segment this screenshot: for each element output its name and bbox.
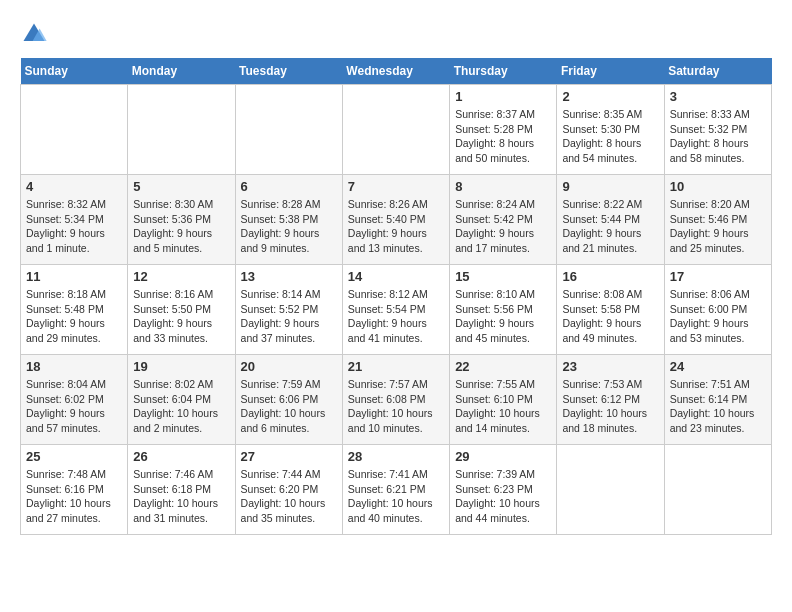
day-info: Sunrise: 7:48 AMSunset: 6:16 PMDaylight:… — [26, 467, 122, 526]
calendar-cell: 6Sunrise: 8:28 AMSunset: 5:38 PMDaylight… — [235, 175, 342, 265]
day-info: Sunrise: 8:16 AMSunset: 5:50 PMDaylight:… — [133, 287, 229, 346]
calendar-cell: 29Sunrise: 7:39 AMSunset: 6:23 PMDayligh… — [450, 445, 557, 535]
calendar-cell — [235, 85, 342, 175]
calendar-cell: 25Sunrise: 7:48 AMSunset: 6:16 PMDayligh… — [21, 445, 128, 535]
day-number: 26 — [133, 449, 229, 464]
day-number: 9 — [562, 179, 658, 194]
day-number: 1 — [455, 89, 551, 104]
calendar-cell: 9Sunrise: 8:22 AMSunset: 5:44 PMDaylight… — [557, 175, 664, 265]
calendar-cell: 8Sunrise: 8:24 AMSunset: 5:42 PMDaylight… — [450, 175, 557, 265]
calendar-cell — [342, 85, 449, 175]
day-info: Sunrise: 7:55 AMSunset: 6:10 PMDaylight:… — [455, 377, 551, 436]
day-info: Sunrise: 8:14 AMSunset: 5:52 PMDaylight:… — [241, 287, 337, 346]
day-info: Sunrise: 8:10 AMSunset: 5:56 PMDaylight:… — [455, 287, 551, 346]
day-info: Sunrise: 8:28 AMSunset: 5:38 PMDaylight:… — [241, 197, 337, 256]
calendar-cell — [664, 445, 771, 535]
day-info: Sunrise: 8:20 AMSunset: 5:46 PMDaylight:… — [670, 197, 766, 256]
calendar-cell: 3Sunrise: 8:33 AMSunset: 5:32 PMDaylight… — [664, 85, 771, 175]
day-info: Sunrise: 7:53 AMSunset: 6:12 PMDaylight:… — [562, 377, 658, 436]
day-number: 7 — [348, 179, 444, 194]
calendar-body: 1Sunrise: 8:37 AMSunset: 5:28 PMDaylight… — [21, 85, 772, 535]
day-info: Sunrise: 8:24 AMSunset: 5:42 PMDaylight:… — [455, 197, 551, 256]
day-info: Sunrise: 8:08 AMSunset: 5:58 PMDaylight:… — [562, 287, 658, 346]
day-number: 27 — [241, 449, 337, 464]
day-info: Sunrise: 7:46 AMSunset: 6:18 PMDaylight:… — [133, 467, 229, 526]
calendar-cell: 26Sunrise: 7:46 AMSunset: 6:18 PMDayligh… — [128, 445, 235, 535]
day-header-sunday: Sunday — [21, 58, 128, 85]
calendar-cell: 14Sunrise: 8:12 AMSunset: 5:54 PMDayligh… — [342, 265, 449, 355]
day-info: Sunrise: 8:22 AMSunset: 5:44 PMDaylight:… — [562, 197, 658, 256]
day-header-monday: Monday — [128, 58, 235, 85]
day-info: Sunrise: 8:04 AMSunset: 6:02 PMDaylight:… — [26, 377, 122, 436]
day-header-thursday: Thursday — [450, 58, 557, 85]
day-number: 16 — [562, 269, 658, 284]
calendar-cell: 27Sunrise: 7:44 AMSunset: 6:20 PMDayligh… — [235, 445, 342, 535]
day-header-wednesday: Wednesday — [342, 58, 449, 85]
day-number: 8 — [455, 179, 551, 194]
day-info: Sunrise: 8:12 AMSunset: 5:54 PMDaylight:… — [348, 287, 444, 346]
day-number: 29 — [455, 449, 551, 464]
day-number: 25 — [26, 449, 122, 464]
day-number: 14 — [348, 269, 444, 284]
day-number: 24 — [670, 359, 766, 374]
calendar-cell: 20Sunrise: 7:59 AMSunset: 6:06 PMDayligh… — [235, 355, 342, 445]
calendar-cell — [557, 445, 664, 535]
day-number: 28 — [348, 449, 444, 464]
day-number: 3 — [670, 89, 766, 104]
day-number: 11 — [26, 269, 122, 284]
day-info: Sunrise: 7:44 AMSunset: 6:20 PMDaylight:… — [241, 467, 337, 526]
day-info: Sunrise: 8:35 AMSunset: 5:30 PMDaylight:… — [562, 107, 658, 166]
day-info: Sunrise: 8:37 AMSunset: 5:28 PMDaylight:… — [455, 107, 551, 166]
day-number: 6 — [241, 179, 337, 194]
calendar-cell: 28Sunrise: 7:41 AMSunset: 6:21 PMDayligh… — [342, 445, 449, 535]
day-info: Sunrise: 7:39 AMSunset: 6:23 PMDaylight:… — [455, 467, 551, 526]
day-number: 12 — [133, 269, 229, 284]
day-number: 21 — [348, 359, 444, 374]
day-info: Sunrise: 7:41 AMSunset: 6:21 PMDaylight:… — [348, 467, 444, 526]
day-info: Sunrise: 8:02 AMSunset: 6:04 PMDaylight:… — [133, 377, 229, 436]
calendar-cell: 24Sunrise: 7:51 AMSunset: 6:14 PMDayligh… — [664, 355, 771, 445]
day-number: 17 — [670, 269, 766, 284]
calendar-cell: 17Sunrise: 8:06 AMSunset: 6:00 PMDayligh… — [664, 265, 771, 355]
day-info: Sunrise: 8:26 AMSunset: 5:40 PMDaylight:… — [348, 197, 444, 256]
calendar-table: SundayMondayTuesdayWednesdayThursdayFrid… — [20, 58, 772, 535]
day-number: 10 — [670, 179, 766, 194]
day-number: 19 — [133, 359, 229, 374]
day-number: 20 — [241, 359, 337, 374]
day-info: Sunrise: 7:51 AMSunset: 6:14 PMDaylight:… — [670, 377, 766, 436]
day-info: Sunrise: 8:18 AMSunset: 5:48 PMDaylight:… — [26, 287, 122, 346]
calendar-cell: 4Sunrise: 8:32 AMSunset: 5:34 PMDaylight… — [21, 175, 128, 265]
calendar-cell: 23Sunrise: 7:53 AMSunset: 6:12 PMDayligh… — [557, 355, 664, 445]
header-row: SundayMondayTuesdayWednesdayThursdayFrid… — [21, 58, 772, 85]
day-header-saturday: Saturday — [664, 58, 771, 85]
calendar-cell: 12Sunrise: 8:16 AMSunset: 5:50 PMDayligh… — [128, 265, 235, 355]
week-row-1: 1Sunrise: 8:37 AMSunset: 5:28 PMDaylight… — [21, 85, 772, 175]
day-header-tuesday: Tuesday — [235, 58, 342, 85]
day-number: 5 — [133, 179, 229, 194]
calendar-cell: 7Sunrise: 8:26 AMSunset: 5:40 PMDaylight… — [342, 175, 449, 265]
day-info: Sunrise: 7:59 AMSunset: 6:06 PMDaylight:… — [241, 377, 337, 436]
calendar-cell: 16Sunrise: 8:08 AMSunset: 5:58 PMDayligh… — [557, 265, 664, 355]
calendar-cell: 15Sunrise: 8:10 AMSunset: 5:56 PMDayligh… — [450, 265, 557, 355]
calendar-cell: 1Sunrise: 8:37 AMSunset: 5:28 PMDaylight… — [450, 85, 557, 175]
calendar-cell: 2Sunrise: 8:35 AMSunset: 5:30 PMDaylight… — [557, 85, 664, 175]
day-number: 4 — [26, 179, 122, 194]
calendar-header: SundayMondayTuesdayWednesdayThursdayFrid… — [21, 58, 772, 85]
day-number: 23 — [562, 359, 658, 374]
day-info: Sunrise: 7:57 AMSunset: 6:08 PMDaylight:… — [348, 377, 444, 436]
day-info: Sunrise: 8:33 AMSunset: 5:32 PMDaylight:… — [670, 107, 766, 166]
calendar-cell: 21Sunrise: 7:57 AMSunset: 6:08 PMDayligh… — [342, 355, 449, 445]
day-number: 2 — [562, 89, 658, 104]
week-row-3: 11Sunrise: 8:18 AMSunset: 5:48 PMDayligh… — [21, 265, 772, 355]
day-number: 22 — [455, 359, 551, 374]
calendar-cell: 13Sunrise: 8:14 AMSunset: 5:52 PMDayligh… — [235, 265, 342, 355]
calendar-cell — [128, 85, 235, 175]
day-number: 13 — [241, 269, 337, 284]
calendar-cell: 10Sunrise: 8:20 AMSunset: 5:46 PMDayligh… — [664, 175, 771, 265]
calendar-cell: 11Sunrise: 8:18 AMSunset: 5:48 PMDayligh… — [21, 265, 128, 355]
logo-icon — [20, 20, 48, 48]
calendar-cell: 18Sunrise: 8:04 AMSunset: 6:02 PMDayligh… — [21, 355, 128, 445]
calendar-cell: 22Sunrise: 7:55 AMSunset: 6:10 PMDayligh… — [450, 355, 557, 445]
day-info: Sunrise: 8:30 AMSunset: 5:36 PMDaylight:… — [133, 197, 229, 256]
day-number: 18 — [26, 359, 122, 374]
